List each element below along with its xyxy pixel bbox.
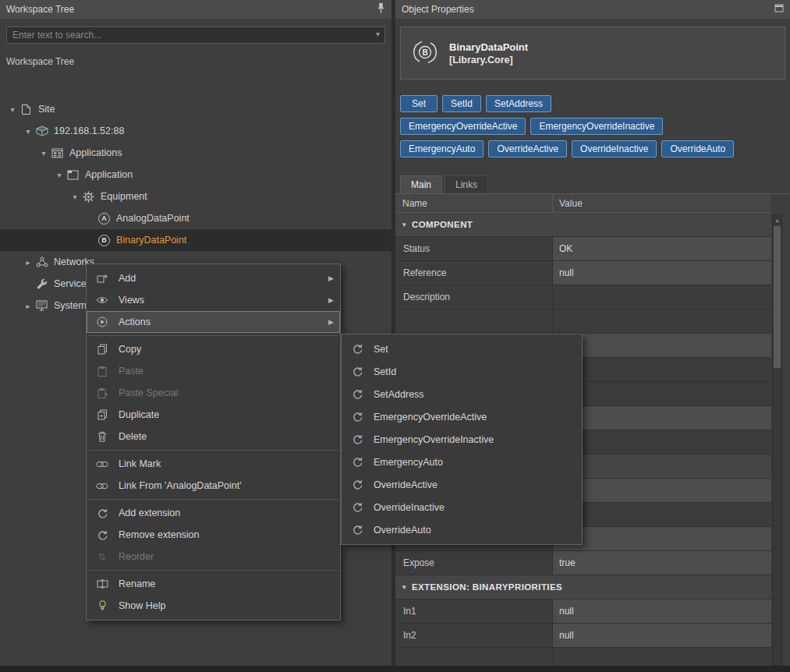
menu-item-setid[interactable]: SetId — [342, 360, 582, 383]
menu-item-remove-extension[interactable]: Remove extension — [87, 524, 340, 546]
menu-item-duplicate[interactable]: Duplicate — [87, 404, 340, 426]
action-button-overrideinactive[interactable]: OverrideInactive — [572, 140, 657, 157]
chevron-right-icon[interactable]: ▸ — [22, 302, 34, 310]
property-value-cell[interactable] — [553, 309, 771, 333]
chevron-right-icon[interactable]: ▸ — [22, 258, 34, 267]
tree-item-site[interactable]: ▾Site — [0, 98, 391, 120]
property-value-cell[interactable]: null — [553, 599, 771, 623]
chevron-down-icon[interactable]: ▾ — [37, 149, 50, 157]
menu-separator — [88, 499, 338, 500]
menu-item-add[interactable]: Add▶ — [87, 267, 340, 289]
menu-item-setaddress[interactable]: SetAddress — [342, 383, 582, 405]
svg-text:B: B — [422, 48, 427, 57]
menu-item-emergencyoverrideinactive[interactable]: EmergencyOverrideInactive — [342, 428, 582, 451]
action-button-row: EmergencyOverrideActiveEmergencyOverride… — [400, 118, 785, 135]
tree-item-applications[interactable]: ▾Applications — [0, 142, 391, 164]
menu-item-rename[interactable]: Rename — [87, 573, 340, 595]
menu-separator — [88, 450, 338, 451]
action-button-setaddress[interactable]: SetAddress — [486, 95, 551, 112]
scrollbar-thumb[interactable] — [774, 226, 781, 368]
menu-item-paste[interactable]: Paste — [87, 360, 340, 382]
action-button-emergencyauto[interactable]: EmergencyAuto — [400, 140, 484, 157]
menu-item-copy[interactable]: Copy — [87, 338, 340, 360]
property-value-cell[interactable] — [553, 406, 771, 430]
menu-item-label: Reorder — [119, 551, 154, 562]
action-button-overrideauto[interactable]: OverrideAuto — [661, 140, 734, 157]
menu-item-paste-special[interactable]: Paste Special — [87, 382, 340, 404]
property-value-cell[interactable] — [553, 334, 771, 357]
tree-item-equipment[interactable]: ▾Equipment — [0, 186, 391, 207]
menu-item-emergencyauto[interactable]: EmergencyAuto — [342, 451, 582, 473]
pin-icon[interactable] — [377, 2, 385, 16]
menu-item-label: SetAddress — [374, 389, 424, 400]
action-button-setid[interactable]: SetId — [442, 95, 481, 112]
property-value-cell[interactable] — [553, 358, 771, 381]
duplicate-icon — [94, 409, 110, 420]
column-header-name[interactable]: Name — [395, 194, 553, 212]
action-button-emergencyoverrideinactive[interactable]: EmergencyOverrideInactive — [530, 118, 663, 135]
property-value-cell[interactable]: 0 — [553, 527, 771, 550]
menu-item-link-from-analogdatapoint[interactable]: Link From 'AnalogDataPoint' — [87, 475, 340, 497]
chevron-down-icon[interactable]: ▾ — [69, 193, 81, 201]
action-button-overrideactive[interactable]: OverrideActive — [488, 140, 567, 157]
menu-item-emergencyoverrideactive[interactable]: EmergencyOverrideActive — [342, 405, 582, 428]
menu-item-overrideauto[interactable]: OverrideAuto — [342, 518, 582, 541]
trash-icon — [94, 431, 110, 442]
chevron-down-icon[interactable]: ▾ — [402, 583, 406, 591]
menu-item-add-extension[interactable]: Add extension — [87, 502, 340, 524]
section-row-component[interactable]: ▾COMPONENT — [395, 213, 771, 237]
menu-item-reorder[interactable]: ⇅Reorder — [87, 546, 340, 568]
action-icon — [349, 366, 365, 377]
menu-item-link-mark[interactable]: Link Mark — [87, 453, 340, 475]
property-row-expose: Exposetrue — [395, 551, 771, 575]
column-header-value[interactable]: Value — [553, 194, 771, 212]
property-value-cell[interactable]: null — [553, 261, 771, 285]
menu-separator — [88, 335, 338, 336]
chevron-down-icon[interactable]: ▾ — [376, 30, 380, 38]
context-menu: Add▶Views▶Actions▶CopyPastePaste Special… — [86, 263, 341, 621]
section-row-extension-binarypriorities[interactable]: ▾EXTENSION: BINARYPRIORITIES — [395, 575, 771, 599]
menu-item-label: SetId — [374, 366, 396, 377]
property-value-cell[interactable] — [553, 430, 771, 454]
menu-item-actions[interactable]: Actions▶ — [87, 311, 340, 333]
tree-item-application[interactable]: ▾Application — [0, 164, 391, 186]
tab-main[interactable]: Main — [400, 175, 442, 193]
property-value-cell[interactable] — [553, 382, 771, 405]
tree-item-label: BinaryDataPoint — [116, 235, 186, 246]
property-value-cell[interactable]: true — [553, 551, 771, 575]
analog-point-icon: A — [97, 213, 112, 225]
tab-links[interactable]: Links — [445, 175, 488, 193]
menu-item-overrideactive[interactable]: OverrideActive — [342, 473, 582, 496]
action-button-set[interactable]: Set — [400, 95, 438, 112]
menu-item-label: Link Mark — [119, 458, 161, 469]
action-button-emergencyoverrideactive[interactable]: EmergencyOverrideActive — [400, 118, 526, 135]
menu-item-overrideinactive[interactable]: OverrideInactive — [342, 496, 582, 518]
menu-item-set[interactable]: Set — [342, 338, 582, 360]
property-value-cell[interactable] — [553, 285, 771, 309]
tree-item-192-168-1-52-88[interactable]: ▾192.168.1.52:88 — [0, 120, 391, 142]
tree-item-label: Equipment — [101, 191, 147, 202]
scrollbar[interactable]: ▲ — [772, 214, 782, 666]
chevron-down-icon[interactable]: ▾ — [53, 171, 66, 179]
property-value-cell[interactable]: OK — [553, 237, 771, 260]
property-value-cell[interactable] — [553, 648, 771, 666]
chevron-down-icon[interactable]: ▾ — [402, 221, 406, 228]
menu-item-label: Link From 'AnalogDataPoint' — [119, 480, 242, 491]
menu-item-label: Paste Special — [119, 387, 178, 398]
tree-item-binarydatapoint[interactable]: BBinaryDataPoint — [0, 229, 391, 251]
menu-item-delete[interactable]: Delete — [87, 426, 340, 447]
chevron-down-icon[interactable]: ▾ — [22, 127, 34, 136]
scroll-up-icon[interactable]: ▲ — [773, 215, 781, 225]
property-value-cell[interactable]: null — [553, 624, 771, 647]
menu-item-views[interactable]: Views▶ — [87, 289, 340, 311]
chevron-down-icon[interactable]: ▾ — [6, 105, 19, 114]
property-value-cell[interactable] — [553, 503, 771, 526]
tree-item-analogdatapoint[interactable]: AAnalogDataPoint — [0, 207, 391, 229]
menu-item-show-help[interactable]: Show Help — [87, 595, 340, 617]
search-box: ▾ — [6, 27, 385, 44]
window-icon[interactable] — [774, 4, 784, 15]
property-value-cell[interactable] — [553, 479, 771, 502]
search-input[interactable] — [6, 27, 385, 44]
table-row — [395, 648, 771, 666]
menu-item-label: Remove extension — [119, 529, 200, 540]
